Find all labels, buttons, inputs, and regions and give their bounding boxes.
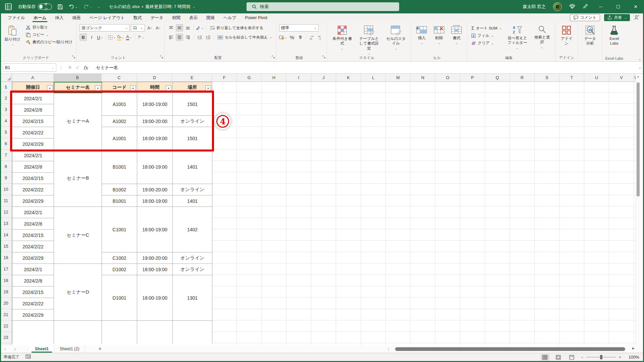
font-color-button[interactable]: A⌄ — [125, 34, 133, 41]
font-size-select[interactable]: 11⌄ — [131, 24, 145, 32]
cut-button[interactable]: 切り取り — [24, 24, 74, 31]
align-right-icon[interactable] — [184, 34, 192, 41]
cell-empty[interactable] — [12, 332, 54, 344]
find-select-button[interactable]: 検索と選択⌄ — [532, 24, 552, 50]
row-header-14[interactable]: 14 — [0, 229, 12, 241]
cell-code[interactable]: B1001 — [102, 150, 137, 184]
format-as-table-button[interactable]: テーブルとして書式設定⌄ — [357, 24, 381, 56]
cell-code[interactable]: C1001 — [102, 207, 137, 252]
tab-ヘルプ[interactable]: ヘルプ — [219, 13, 240, 22]
cell-place[interactable]: オンライン — [173, 252, 212, 264]
row-header-16[interactable]: 16 — [0, 252, 12, 263]
user-name[interactable]: 森太郎 窓之 — [523, 4, 546, 10]
filter-button[interactable]: ▼ — [166, 85, 171, 91]
close-button[interactable]: ✕ — [631, 4, 641, 9]
header-cell-5[interactable]: 場所▼ — [173, 82, 212, 93]
fill-color-button[interactable]: ⌄ — [117, 34, 124, 41]
cell-code[interactable]: B1001 — [102, 195, 137, 207]
cell-date[interactable]: 2024/2/29 — [12, 138, 54, 150]
borders-button[interactable]: ⌄ — [108, 34, 116, 41]
column-header-I[interactable]: I — [286, 74, 311, 82]
cell-empty[interactable] — [102, 332, 137, 344]
column-header-E[interactable]: E — [172, 74, 212, 82]
row-header-2[interactable]: 2 — [0, 93, 12, 104]
insert-function-button[interactable]: fx — [84, 65, 88, 70]
cell-place[interactable]: 1401 — [173, 150, 212, 184]
cell-date[interactable]: 2024/2/22 — [12, 127, 54, 138]
data-analysis-button[interactable]: データ分析 — [581, 24, 599, 47]
document-title[interactable]: セルの結合.xlsx • 最終更新日時: 7 時間前 ⌄ — [109, 4, 195, 10]
name-box[interactable]: B1⌄ — [3, 63, 56, 72]
row-header-21[interactable]: 21 — [0, 309, 12, 320]
prev-sheet-button[interactable]: ‹ — [0, 346, 10, 352]
row-header-22[interactable]: 22 — [0, 320, 12, 332]
column-header-G[interactable]: G — [237, 74, 262, 82]
column-header-M[interactable]: M — [386, 74, 411, 82]
row-header-13[interactable]: 13 — [0, 218, 12, 229]
enter-entry-icon[interactable]: ✓ — [76, 65, 79, 70]
row-header-11[interactable]: 11 — [0, 195, 12, 206]
cell-seminar[interactable]: セミナーD — [54, 264, 102, 321]
cell-code[interactable]: D1002 — [102, 264, 137, 275]
font-name-select[interactable]: 游ゴシック⌄ — [79, 24, 130, 32]
column-header-B[interactable]: B — [54, 74, 102, 82]
column-header-S[interactable]: S — [535, 74, 559, 82]
cell-place[interactable]: オンライン — [173, 116, 212, 127]
cell-date[interactable]: 2024/2/8 — [12, 161, 54, 173]
filter-button[interactable]: ▼ — [205, 85, 211, 91]
cell-time[interactable]: 18:00-19:00 — [137, 264, 173, 275]
orientation-button[interactable]: ab⌄ — [196, 24, 204, 32]
header-cell-3[interactable]: コード▼ — [102, 82, 137, 93]
cell-date[interactable]: 2024/2/29 — [12, 252, 54, 264]
row-header-3[interactable]: 3 — [0, 104, 12, 115]
row-header-23[interactable]: 23 — [0, 332, 12, 343]
decrease-indent-icon[interactable] — [196, 34, 203, 41]
excel-labs-button[interactable]: Excel Labs — [605, 24, 623, 47]
tab-データ[interactable]: データ — [146, 13, 168, 22]
search-input[interactable]: 検索 — [247, 2, 399, 11]
autosave-toggle[interactable]: 自動保存 オフ — [18, 4, 52, 10]
cell-time[interactable]: 19:00-20:00 — [137, 252, 173, 264]
cell-date[interactable]: 2024/2/15 — [12, 230, 54, 241]
row-header-9[interactable]: 9 — [0, 172, 12, 184]
fill-button[interactable]: フィル⌄ — [470, 33, 503, 39]
cell-empty[interactable] — [173, 321, 212, 332]
column-header-T[interactable]: T — [559, 74, 584, 82]
cell-empty[interactable] — [102, 321, 137, 332]
align-center-icon[interactable] — [176, 34, 183, 41]
save-button[interactable] — [57, 4, 63, 10]
row-header-7[interactable]: 7 — [0, 149, 12, 161]
underline-button[interactable]: U⌄ — [96, 34, 104, 41]
row-header-18[interactable]: 18 — [0, 275, 12, 286]
row-header-12[interactable]: 12 — [0, 206, 12, 218]
cell-place[interactable]: 1301 — [173, 275, 212, 321]
merge-center-button[interactable]: セルを結合して中央揃え⌄ — [216, 34, 273, 41]
column-header-A[interactable]: A — [12, 74, 54, 82]
cell-place[interactable]: オンライン — [173, 264, 212, 275]
editing-mode-icon[interactable] — [583, 3, 588, 10]
column-header-Q[interactable]: Q — [485, 74, 510, 82]
undo-button[interactable]: ⌄ — [68, 4, 78, 9]
clear-button[interactable]: クリア⌄ — [470, 40, 503, 46]
column-header-R[interactable]: R — [510, 74, 535, 82]
tab-ホーム[interactable]: ホーム — [29, 13, 51, 22]
cell-styles-button[interactable]: セルのスタイル⌄ — [383, 24, 408, 52]
cell-date[interactable]: 2024/2/15 — [12, 287, 54, 298]
cell-date[interactable]: 2024/2/1 — [12, 207, 54, 218]
tab-ファイル[interactable]: ファイル — [3, 13, 29, 22]
filter-button[interactable]: ▼ — [47, 85, 53, 91]
zoom-out-button[interactable]: − — [581, 355, 583, 360]
cell-time[interactable]: 18:00-19:00 — [137, 275, 173, 321]
tab-ページ レイアウト[interactable]: ページ レイアウト — [85, 13, 129, 22]
column-header-F[interactable]: F — [212, 74, 237, 82]
row-header-19[interactable]: 19 — [0, 286, 12, 298]
column-header-O[interactable]: O — [435, 74, 460, 82]
cell-date[interactable]: 2024/2/8 — [12, 275, 54, 287]
column-header-P[interactable]: P — [460, 74, 485, 82]
cell-date[interactable]: 2024/2/29 — [12, 195, 54, 207]
undo-chevron[interactable]: ⌄ — [75, 5, 78, 8]
redo-button[interactable]: ⌄ — [83, 4, 93, 9]
cell-code[interactable]: D1001 — [102, 275, 137, 321]
cell-code[interactable]: A1001 — [102, 127, 137, 150]
cell-empty[interactable] — [137, 321, 173, 332]
